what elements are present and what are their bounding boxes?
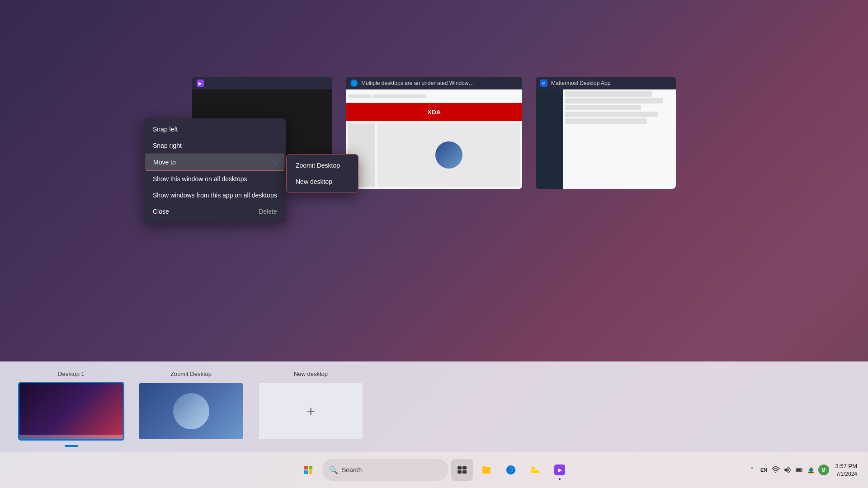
new-desktop-thumb[interactable]: + [258, 382, 364, 441]
taskbar-center: 🔍 Search [297, 459, 571, 481]
mm-content [563, 89, 676, 189]
start-icon [303, 465, 314, 475]
thumb-titlebar-3: M Mattermost Desktop App [536, 77, 676, 89]
thumb-content-3 [536, 89, 676, 189]
file-manager-button[interactable] [524, 459, 546, 481]
zoomit-desktop-preview [139, 383, 243, 439]
taskbar: 🔍 Search [0, 452, 868, 488]
purple-app-taskbar-icon: ▶ [554, 465, 565, 475]
desktop-1-indicator [65, 445, 78, 447]
context-menu: Snap left Snap right Move to › Zoomit De… [144, 118, 286, 222]
window-thumbnails-area: ▶ ▶ 🌐 Multiple desktops are an underrate… [0, 77, 868, 189]
thumb-title-3: Mattermost Desktop App [551, 80, 610, 86]
desktop-1-taskbar-preview [19, 435, 123, 439]
purple-app-active-dot [559, 478, 561, 480]
context-menu-item-show-window-all[interactable]: Show this window on all desktops [144, 171, 286, 187]
xda-preview: XDA [346, 89, 522, 189]
new-desktop-plus-icon: + [307, 403, 315, 420]
battery-svg [795, 466, 803, 474]
delete-shortcut-label: Delete [259, 208, 277, 215]
submenu-label-zoomit: Zoomit Desktop [296, 162, 340, 169]
edge-icon [505, 465, 516, 475]
svg-point-10 [775, 472, 776, 473]
search-icon: 🔍 [329, 466, 338, 474]
submenu-move-to: Zoomit Desktop New desktop [286, 154, 359, 193]
desktop-item-zoomit[interactable]: Zoomit Desktop [138, 371, 244, 441]
window-thumb-3-inner: M Mattermost Desktop App [536, 77, 676, 189]
svg-rect-0 [304, 466, 308, 469]
svg-rect-8 [531, 467, 535, 469]
xda-main-mini [377, 123, 520, 187]
task-view-icon [457, 465, 467, 475]
task-view-button[interactable] [451, 459, 473, 481]
new-desktop-label: New desktop [294, 371, 328, 377]
search-label: Search [342, 466, 362, 474]
svg-rect-4 [458, 466, 462, 469]
thumb-titlebar-2: 🌐 Multiple desktops are an underrated Wi… [346, 77, 522, 89]
search-bar[interactable]: 🔍 Search [322, 459, 448, 481]
chevron-right-icon: › [275, 160, 276, 165]
thumb-title-2: Multiple desktops are an underrated Wind… [361, 80, 474, 86]
context-menu-item-close[interactable]: Close Delete [144, 203, 286, 220]
desktop-1-preview [19, 383, 123, 439]
notification-badge [809, 468, 813, 472]
system-clock[interactable]: 3:57 PM 7/1/2024 [832, 462, 861, 478]
svg-rect-9 [531, 470, 539, 473]
context-menu-item-show-app-all[interactable]: Show windows from this app on all deskto… [144, 187, 286, 203]
thumb-icon-2: 🌐 [350, 80, 358, 87]
context-menu-label-snap-right: Snap right [153, 142, 182, 149]
submenu-item-zoomit[interactable]: Zoomit Desktop [287, 157, 358, 174]
xda-body [346, 121, 522, 189]
window-thumb-2[interactable]: 🌐 Multiple desktops are an underrated Wi… [346, 77, 522, 189]
xda-header: XDA [346, 103, 522, 121]
svg-rect-2 [304, 470, 308, 474]
start-button[interactable] [297, 459, 319, 481]
context-menu-item-move-to[interactable]: Move to › Zoomit Desktop New desktop [146, 154, 284, 171]
thumb-icon-1: ▶ [197, 80, 204, 87]
tray-language[interactable]: EN [760, 465, 769, 474]
context-menu-label-snap-left: Snap left [153, 126, 178, 133]
clock-date: 7/1/2024 [835, 470, 857, 478]
svg-rect-3 [309, 470, 312, 474]
purple-app-taskbar-button[interactable]: ▶ [549, 459, 571, 481]
context-menu-label-move-to: Move to [153, 159, 176, 166]
context-menu-label-show-window-all: Show this window on all desktops [153, 175, 247, 183]
new-desktop-preview: + [259, 383, 363, 439]
thumb-titlebar-1: ▶ [192, 77, 332, 89]
xda-content: XDA [346, 103, 522, 189]
user-circle-icon[interactable]: M [818, 465, 829, 475]
context-menu-item-snap-right[interactable]: Snap right [144, 137, 286, 154]
tray-chevron[interactable]: ˄ [748, 465, 757, 474]
mm-sidebar [536, 89, 563, 189]
volume-icon[interactable] [783, 465, 792, 474]
context-menu-label-show-app-all: Show windows from this app on all deskto… [153, 192, 277, 199]
file-manager-icon [530, 465, 541, 475]
file-explorer-icon [481, 465, 492, 475]
svg-rect-6 [458, 470, 462, 474]
context-menu-label-close: Close [153, 208, 169, 215]
zoomit-desktop-thumb[interactable] [138, 382, 244, 441]
thumb-icon-3: M [540, 80, 547, 87]
volume-svg [783, 466, 792, 474]
clock-time: 3:57 PM [835, 462, 857, 470]
xda-bar-tabs [348, 94, 371, 98]
edge-button[interactable] [500, 459, 522, 481]
svg-rect-1 [309, 466, 312, 469]
submenu-label-new-desktop: New desktop [296, 178, 332, 185]
desktop-item-new[interactable]: New desktop + [258, 371, 364, 441]
xda-browser-bar [346, 89, 522, 103]
taskbar-right: ˄ EN 🔔 [748, 452, 861, 488]
window-thumb-2-inner: 🌐 Multiple desktops are an underrated Wi… [346, 77, 522, 189]
zoomit-wallpaper [173, 393, 209, 429]
file-explorer-button[interactable] [476, 459, 497, 481]
desktop-item-1[interactable]: Desktop 1 [18, 371, 124, 447]
window-thumb-3[interactable]: M Mattermost Desktop App [536, 77, 676, 189]
notification-icon[interactable]: 🔔 [807, 465, 816, 474]
desktop-1-label: Desktop 1 [58, 371, 85, 377]
battery-icon[interactable] [795, 465, 804, 474]
submenu-item-new-desktop[interactable]: New desktop [287, 174, 358, 190]
wifi-icon[interactable] [771, 465, 780, 474]
context-menu-item-snap-left[interactable]: Snap left [144, 121, 286, 137]
zoomit-desktop-label: Zoomit Desktop [170, 371, 212, 377]
desktop-1-thumb[interactable] [18, 382, 124, 441]
